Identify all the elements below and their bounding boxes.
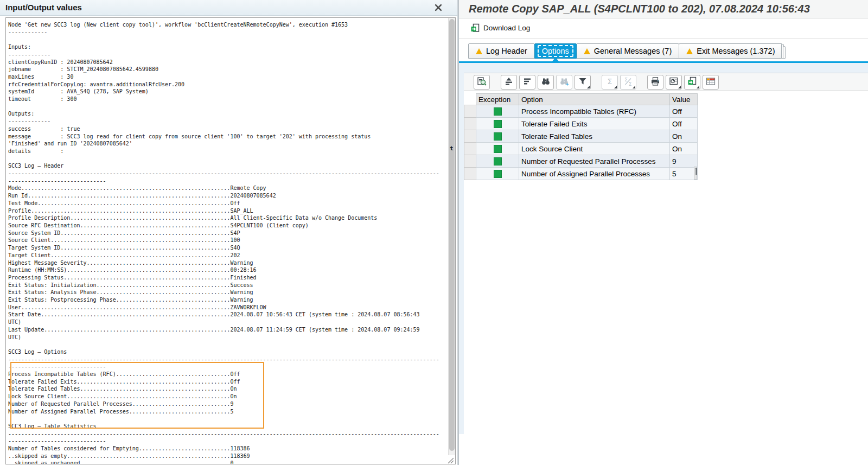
tab-general-messages-7[interactable]: General Messages (7) xyxy=(576,43,679,59)
exception-cell xyxy=(476,118,519,130)
row-selector[interactable] xyxy=(464,155,476,168)
dropdown-corner-icon xyxy=(678,86,681,88)
tab-strip: Log HeaderOptionsGeneral Messages (7)Exi… xyxy=(469,43,786,59)
log-text: Node 'Get new SCC3 log (New client copy … xyxy=(6,18,455,464)
exception-cell xyxy=(476,143,519,155)
textarea-scrollbar[interactable]: t xyxy=(448,18,455,455)
column-header-value[interactable]: Value xyxy=(670,94,698,105)
sum-icon: Σ xyxy=(604,76,615,88)
svg-text:Σ: Σ xyxy=(608,77,612,85)
dropdown-corner-icon xyxy=(614,86,617,88)
print-button[interactable] xyxy=(647,75,663,90)
io-values-dialog: Input/Output values Node 'Get new SCC3 l… xyxy=(0,0,458,465)
row-selector[interactable] xyxy=(464,105,476,118)
active-tab-rule xyxy=(459,61,868,63)
dropdown-corner-icon xyxy=(587,86,590,88)
green-status-icon xyxy=(494,120,502,128)
table-row[interactable]: Number of Assigned Parallel Processes5 xyxy=(464,168,698,180)
find-next-icon xyxy=(559,76,570,88)
sort-ascending-button[interactable] xyxy=(501,75,517,90)
remote-copy-log-window: Remote Copy SAP_ALL (S4PCLNT100 to 202),… xyxy=(458,0,868,465)
close-icon xyxy=(435,5,442,13)
sort-descending-button[interactable] xyxy=(519,75,535,90)
option-cell: Process Incompatible Tables (RFC) xyxy=(519,105,670,118)
close-button[interactable] xyxy=(434,4,443,12)
download-icon xyxy=(470,23,480,33)
details-button[interactable] xyxy=(474,75,490,90)
table-row[interactable]: Tolerate Failed ExitsOff xyxy=(464,118,698,130)
sort-ascending-icon xyxy=(503,76,514,88)
table-row[interactable]: Lock Source ClientOn xyxy=(464,143,698,155)
option-cell: Lock Source Client xyxy=(519,143,670,155)
svg-text:Σ: Σ xyxy=(629,81,632,86)
table-row[interactable]: Process Incompatible Tables (RFC)Off xyxy=(464,105,698,118)
filter-button[interactable] xyxy=(575,75,591,90)
find-button[interactable] xyxy=(538,75,554,90)
table-header-row: ExceptionOptionValue xyxy=(464,94,698,105)
value-cell: 9 xyxy=(670,155,698,168)
green-status-icon xyxy=(494,107,502,116)
value-cell: Off xyxy=(670,105,698,118)
tab-options[interactable]: Options xyxy=(534,43,577,59)
dialog-header: Input/Output values xyxy=(0,0,457,16)
dropdown-corner-icon xyxy=(697,86,699,88)
value-cell: Off xyxy=(670,118,698,130)
row-selector[interactable] xyxy=(464,130,476,143)
row-selector[interactable] xyxy=(464,143,476,155)
export-icon xyxy=(687,76,698,88)
table-row[interactable]: Tolerate Failed TablesOn xyxy=(464,130,698,143)
subtotals-button[interactable]: ΣΣ xyxy=(620,75,636,90)
details-icon xyxy=(476,76,487,88)
choose-layout-icon xyxy=(705,76,716,88)
option-cell: Number of Assigned Parallel Processes xyxy=(519,168,670,180)
filter-icon xyxy=(577,76,588,88)
table-row[interactable]: Number of Requested Parallel Processes9 xyxy=(464,155,698,168)
sum-button[interactable]: Σ xyxy=(602,75,618,90)
find-icon xyxy=(540,76,551,88)
option-cell: Number of Requested Parallel Processes xyxy=(519,155,670,168)
tab-log-header[interactable]: Log Header xyxy=(468,43,535,59)
find-next-button[interactable] xyxy=(556,75,572,90)
option-cell: Tolerate Failed Exits xyxy=(519,118,670,130)
value-cell: On xyxy=(670,130,698,143)
dropdown-corner-icon xyxy=(633,86,635,88)
left-margin-strip xyxy=(459,63,464,434)
option-cell: Tolerate Failed Tables xyxy=(519,130,670,143)
row-selector[interactable] xyxy=(464,168,476,180)
exception-cell xyxy=(476,130,519,143)
log-textarea[interactable]: Node 'Get new SCC3 log (New client copy … xyxy=(5,17,456,464)
value-cell: On xyxy=(670,143,698,155)
green-status-icon xyxy=(494,132,502,141)
download-log-button[interactable]: Download Log xyxy=(459,18,868,39)
resize-grip-icon[interactable] xyxy=(448,456,454,463)
column-header-exception[interactable]: Exception xyxy=(476,94,519,105)
tab-label: Exit Messages (1.372) xyxy=(697,47,775,55)
tab-label: Options xyxy=(538,45,573,57)
select-all-button[interactable] xyxy=(694,167,697,180)
select-all-icon xyxy=(695,169,697,177)
download-label: Download Log xyxy=(483,24,530,32)
print-icon xyxy=(650,76,661,88)
exception-cell xyxy=(476,155,519,168)
row-selector[interactable] xyxy=(464,118,476,130)
choose-layout-button[interactable] xyxy=(703,75,719,90)
column-header-option[interactable]: Option xyxy=(519,94,670,105)
views-button[interactable] xyxy=(666,75,682,90)
exception-cell xyxy=(476,168,519,180)
scrollbar-thumb[interactable] xyxy=(449,19,455,451)
subtotals-icon: ΣΣ xyxy=(623,76,634,88)
svg-text:Σ: Σ xyxy=(624,77,628,82)
content-band xyxy=(459,63,868,73)
warning-icon xyxy=(476,48,482,54)
export-button[interactable] xyxy=(684,75,700,90)
scrollbar-artifact: t xyxy=(450,145,454,152)
stacked-tabs-edge xyxy=(783,46,786,59)
options-table: ExceptionOptionValue Process Incompatibl… xyxy=(464,93,698,180)
green-status-icon xyxy=(494,157,502,165)
tab-label: Log Header xyxy=(486,47,527,55)
tab-exit-messages-1-372[interactable]: Exit Messages (1.372) xyxy=(679,43,782,59)
alv-toolbar: ΣΣΣ xyxy=(464,73,868,91)
sort-descending-icon xyxy=(522,76,533,88)
tab-label: General Messages (7) xyxy=(594,47,672,55)
green-status-icon xyxy=(494,145,502,153)
